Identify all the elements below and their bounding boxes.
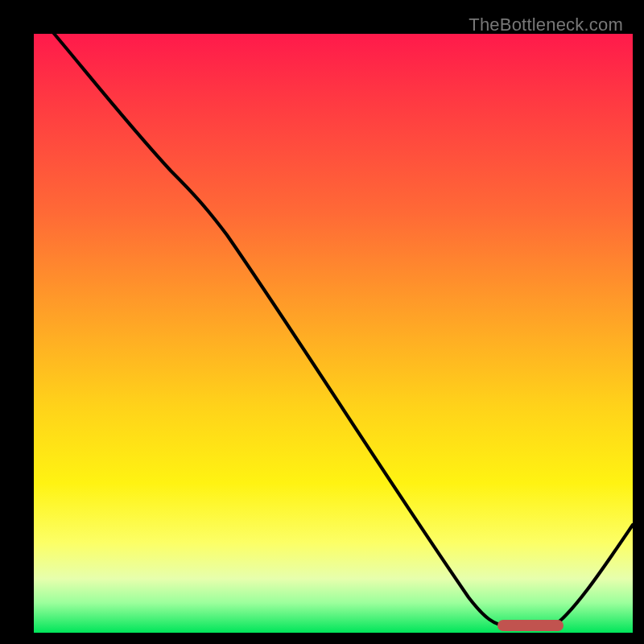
chart-frame: TheBottleneck.com — [11, 11, 633, 633]
plot-area — [34, 34, 633, 633]
watermark-text: TheBottleneck.com — [469, 14, 623, 35]
optimal-range-marker — [497, 620, 564, 631]
bottleneck-curve — [34, 34, 633, 633]
curve-path — [34, 10, 633, 626]
